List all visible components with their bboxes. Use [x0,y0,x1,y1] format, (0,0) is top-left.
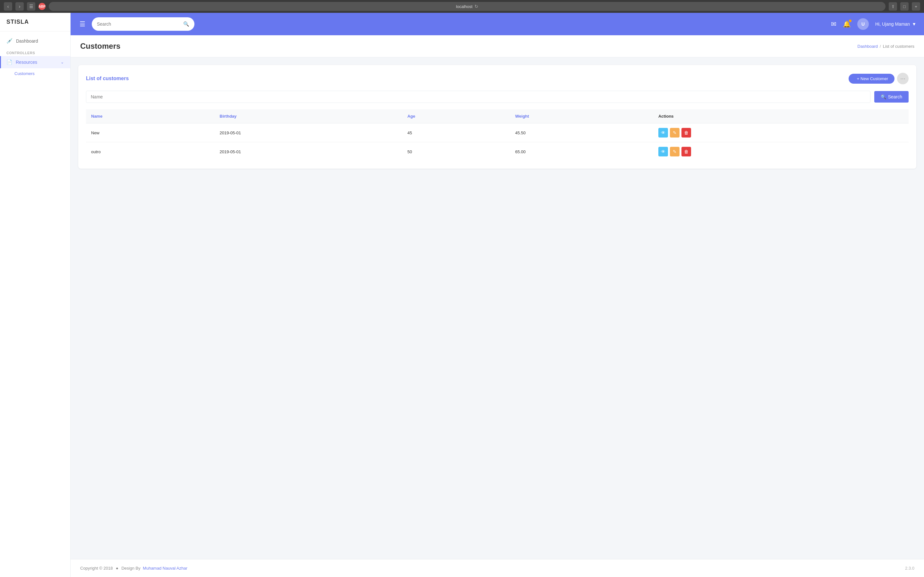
resources-icon: 📄 [6,59,13,65]
share-button[interactable]: ⇧ [889,2,897,11]
table-row: New 2019-05-01 45 45.50 👁 ✎ 🗑 [86,123,909,142]
adblock-icon: ABP [39,3,45,10]
name-filter-input[interactable] [86,91,871,103]
user-greeting[interactable]: Hi, Ujang Maman ▼ [875,21,916,27]
cell-weight: 65.00 [510,142,653,161]
customers-card: List of customers + New Customer ⋯ 🔍 Sea… [78,65,916,169]
add-tab-button[interactable]: + [912,2,920,11]
designer-link[interactable]: Muhamad Nauval Azhar [143,566,187,571]
view-button[interactable]: 👁 [658,128,668,137]
browser-chrome: ‹ › ☰ ABP localhost ↻ ⇧ □ + [0,0,924,13]
col-age: Age [402,109,510,123]
view-button[interactable]: 👁 [658,147,668,156]
sidebar-logo: STISLA [0,13,70,31]
table-body: New 2019-05-01 45 45.50 👁 ✎ 🗑 outro 2019… [86,123,909,161]
hamburger-button[interactable]: ☰ [78,19,87,29]
new-customer-button[interactable]: + New Customer [849,74,895,84]
mail-button[interactable]: ✉ [831,20,837,28]
content-area: List of customers + New Customer ⋯ 🔍 Sea… [71,57,924,176]
forward-button[interactable]: › [15,2,24,11]
card-title: List of customers [86,76,129,81]
customers-table: Name Birthday Age Weight Actions New 201… [86,109,909,161]
new-tab-button[interactable]: □ [900,2,909,11]
sidebar-item-resources[interactable]: 📄 Resources ⌄ [0,56,70,68]
col-weight: Weight [510,109,653,123]
page-title: Customers [80,42,120,51]
cell-name: outro [86,142,215,161]
footer-version: 2.3.0 [905,566,914,571]
search-row: 🔍 Search [86,91,909,103]
delete-button[interactable]: 🗑 [682,147,691,156]
cell-actions: 👁 ✎ 🗑 [653,142,909,161]
search-icon: 🔍 [183,21,189,27]
search-button[interactable]: 🔍 Search [874,91,909,103]
cell-age: 45 [402,123,510,142]
edit-button[interactable]: ✎ [670,128,680,137]
avatar: U [857,18,869,30]
delete-button[interactable]: 🗑 [682,128,691,137]
table-header: Name Birthday Age Weight Actions [86,109,909,123]
cell-name: New [86,123,215,142]
cell-birthday: 2019-05-01 [215,142,402,161]
page-header: Customers Dashboard / List of customers [71,35,924,57]
breadcrumb-current: List of customers [883,44,914,49]
breadcrumb: Dashboard / List of customers [858,44,915,49]
dashboard-label: Dashboard [16,39,38,44]
sidebar-toggle-button[interactable]: ☰ [27,2,35,11]
resources-label: Resources [16,60,37,65]
col-birthday: Birthday [215,109,402,123]
notifications-button[interactable]: 🔔 [843,20,851,28]
back-button[interactable]: ‹ [4,2,12,11]
dashboard-icon: 💉 [6,38,13,44]
edit-button[interactable]: ✎ [670,147,680,156]
search-bar: 🔍 [92,17,194,31]
footer: Copyright © 2018 ● Design By Muhamad Nau… [71,559,924,577]
app-wrapper: STISLA 💉 Dashboard CONTROLLERS 📄 Resourc… [0,13,924,577]
footer-copyright: Copyright © 2018 ● Design By Muhamad Nau… [80,566,187,571]
controllers-section-label: CONTROLLERS [0,47,70,56]
url-text: localhost [456,4,472,9]
chevron-down-icon: ⌄ [61,60,64,64]
more-options-button[interactable]: ⋯ [897,73,909,84]
search-icon-btn: 🔍 [881,94,886,99]
col-actions: Actions [653,109,909,123]
topbar-icons: ✉ 🔔 U Hi, Ujang Maman ▼ [831,18,916,30]
breadcrumb-separator: / [880,44,881,49]
customers-label: Customers [15,71,35,76]
sidebar: STISLA 💉 Dashboard CONTROLLERS 📄 Resourc… [0,13,71,577]
sidebar-item-customers[interactable]: Customers [0,68,70,79]
card-header: List of customers + New Customer ⋯ [86,73,909,84]
cell-birthday: 2019-05-01 [215,123,402,142]
col-name: Name [86,109,215,123]
sidebar-nav: 💉 Dashboard CONTROLLERS 📄 Resources ⌄ Cu… [0,31,70,82]
cell-actions: 👁 ✎ 🗑 [653,123,909,142]
user-dropdown-icon: ▼ [912,21,916,27]
notification-dot [849,19,851,22]
cell-age: 50 [402,142,510,161]
search-input[interactable] [97,21,180,27]
topbar: ☰ 🔍 ✉ 🔔 U Hi, Ujang Maman ▼ [71,13,924,35]
reload-icon[interactable]: ↻ [475,4,478,9]
sidebar-item-dashboard[interactable]: 💉 Dashboard [0,35,70,47]
card-actions: + New Customer ⋯ [849,73,909,84]
breadcrumb-home[interactable]: Dashboard [858,44,878,49]
address-bar[interactable]: localhost ↻ [49,2,885,11]
table-row: outro 2019-05-01 50 65.00 👁 ✎ 🗑 [86,142,909,161]
cell-weight: 45.50 [510,123,653,142]
